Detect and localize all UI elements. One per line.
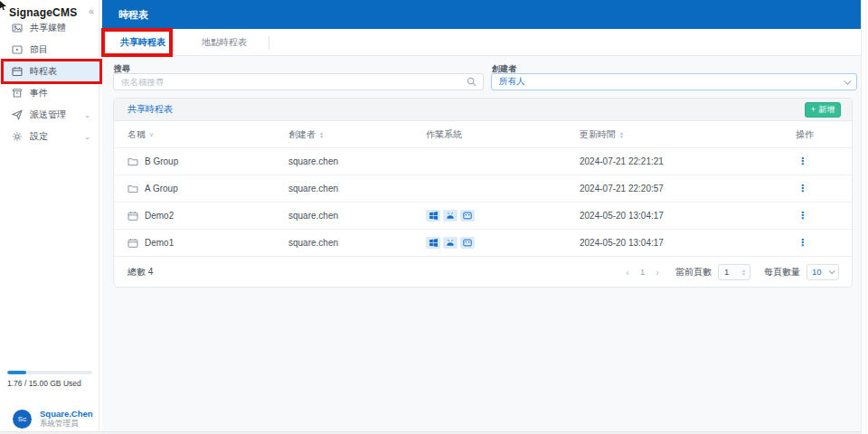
page-title: 時程表 <box>102 0 861 29</box>
schedule-icon <box>12 66 23 77</box>
windows-icon <box>426 210 440 222</box>
sidebar-collapse-icon[interactable]: « <box>89 5 94 16</box>
cell-creator: square.chen <box>288 184 426 193</box>
total-count: 總數 4 <box>127 266 153 278</box>
cell-creator: square.chen <box>288 238 426 248</box>
page-number[interactable]: 1 <box>638 267 646 277</box>
cell-updated: 2024-07-21 22:21:21 <box>580 156 792 166</box>
tab-location-schedules[interactable]: 地點時程表 <box>184 29 265 56</box>
stepper-icons[interactable]: ▲▼ <box>741 269 746 276</box>
current-page-value: 1 <box>724 267 729 277</box>
column-header-os: 作業系統 <box>426 128 580 141</box>
page-size-value: 10 <box>812 267 822 277</box>
chevron-down-icon <box>829 268 835 274</box>
user-profile[interactable]: Sc Square.Chen 系統管理員 <box>13 409 93 429</box>
creator-select-value: 所有人 <box>499 76 525 88</box>
program-icon <box>12 44 23 55</box>
table-row[interactable]: Demo2 square.chen 2024-05-20 13:04:17 ⋮ <box>114 203 852 230</box>
table-row[interactable]: Demo1 square.chen 2024-05-20 13:04:17 ⋮ <box>114 230 852 257</box>
folder-icon <box>127 156 138 167</box>
search-icon[interactable] <box>467 77 476 87</box>
folder-icon <box>127 184 138 194</box>
sidebar-item-shared-media[interactable]: 共享媒體 <box>0 17 99 39</box>
avatar[interactable]: Sc <box>13 410 32 429</box>
tab-divider <box>269 36 269 49</box>
card-header: 共享時程表 + 新增 <box>114 99 852 121</box>
sort-icon: ▲▼ <box>319 131 324 138</box>
current-page-input[interactable]: 1 ▲▼ <box>718 264 750 280</box>
table-row[interactable]: B Group square.chen 2024-07-21 22:21:21 … <box>114 148 852 175</box>
cell-updated: 2024-05-20 13:04:17 <box>580 238 792 248</box>
mouse-cursor <box>0 1 7 10</box>
chevron-down-icon <box>844 77 851 84</box>
sidebar-item-label: 事件 <box>30 87 48 99</box>
sidebar-item-programs[interactable]: 節目 <box>0 39 99 61</box>
cell-name[interactable]: B Group <box>127 156 288 167</box>
storage-progress-fill <box>7 371 26 374</box>
card-title: 共享時程表 <box>127 103 173 116</box>
search-box <box>113 73 484 90</box>
row-actions-menu-icon[interactable]: ⋮ <box>792 156 807 167</box>
storage-usage-label: 1.76 / 15.00 GB Used <box>7 379 94 388</box>
cell-os <box>426 210 580 222</box>
media-icon <box>12 23 23 33</box>
column-header-action: 操作 <box>792 128 852 141</box>
tab-shared-schedules[interactable]: 共享時程表 <box>102 29 184 56</box>
row-actions-menu-icon[interactable]: ⋮ <box>792 210 807 222</box>
display-icon <box>460 210 475 222</box>
sidebar-item-events[interactable]: 事件 <box>0 82 99 104</box>
sidebar-item-schedules[interactable]: 時程表 <box>0 61 99 82</box>
display-icon <box>460 237 475 249</box>
next-page-icon[interactable]: › <box>653 267 662 278</box>
column-header-name[interactable]: 名稱 ∨ <box>127 128 288 141</box>
shared-schedules-card: 共享時程表 + 新增 名稱 ∨ 創建者 ▲▼ 作業系統 <box>113 98 853 288</box>
row-actions-menu-icon[interactable]: ⋮ <box>792 183 807 194</box>
windows-icon <box>426 237 440 249</box>
current-page-label: 當前頁數 <box>675 266 712 278</box>
sidebar: SignageCMS « 共享媒體 節目 時程表 <box>0 0 99 431</box>
add-button[interactable]: + 新增 <box>805 102 841 118</box>
prev-page-icon[interactable]: ‹ <box>623 267 632 278</box>
event-icon <box>12 88 23 99</box>
settings-icon <box>12 131 23 142</box>
cell-os <box>426 237 580 249</box>
sidebar-nav: 共享媒體 節目 時程表 事件 <box>0 17 99 147</box>
sidebar-item-dispatch[interactable]: 派送管理 ⌄ <box>0 104 99 126</box>
row-actions-menu-icon[interactable]: ⋮ <box>792 237 807 249</box>
cell-name[interactable]: A Group <box>127 184 288 194</box>
column-header-updated[interactable]: 更新時間 ▲▼ <box>580 128 792 141</box>
table-row[interactable]: A Group square.chen 2024-07-21 22:20:57 … <box>114 175 852 203</box>
cell-name[interactable]: Demo2 <box>127 211 288 222</box>
sidebar-item-label: 派送管理 <box>30 108 66 121</box>
sidebar-item-settings[interactable]: 設定 ⌄ <box>0 126 99 147</box>
dispatch-icon <box>12 109 23 120</box>
table-header-row: 名稱 ∨ 創建者 ▲▼ 作業系統 更新時間 ▲▼ 操作 <box>114 121 852 148</box>
main-content: 時程表 共享時程表 地點時程表 搜尋 創建者 所有人 共享時程表 <box>102 0 861 431</box>
column-header-creator[interactable]: 創建者 ▲▼ <box>288 128 426 141</box>
sidebar-item-label: 共享媒體 <box>30 22 66 34</box>
cell-creator: square.chen <box>288 156 426 166</box>
cell-updated: 2024-05-20 13:04:17 <box>580 211 792 221</box>
storage-usage: 1.76 / 15.00 GB Used <box>7 371 94 388</box>
creator-select[interactable]: 所有人 <box>491 73 857 90</box>
sidebar-item-label: 節目 <box>30 43 48 56</box>
schedule-icon <box>127 238 138 249</box>
android-icon <box>443 237 458 249</box>
table-footer: 總數 4 ‹ 1 › 當前頁數 1 ▲▼ 每頁數量 10 <box>114 257 852 287</box>
chevron-down-icon: ⌄ <box>84 111 90 119</box>
add-button-label: 新增 <box>818 104 835 116</box>
cell-name[interactable]: Demo1 <box>127 238 288 249</box>
pagination: ‹ 1 › 當前頁數 1 ▲▼ 每頁數量 10 <box>623 264 839 280</box>
tab-bar: 共享時程表 地點時程表 <box>102 29 861 56</box>
page-size-select[interactable]: 10 <box>807 264 839 280</box>
search-input[interactable] <box>114 77 467 87</box>
schedule-icon <box>127 211 138 222</box>
vertical-scrollbar[interactable] <box>861 0 868 434</box>
sidebar-item-label: 設定 <box>30 130 48 143</box>
chevron-down-icon: ⌄ <box>84 133 90 141</box>
page-size-label: 每頁數量 <box>764 266 800 278</box>
android-icon <box>443 210 458 222</box>
plus-icon: + <box>811 105 816 114</box>
sort-desc-icon: ∨ <box>149 131 154 138</box>
signage-cms-screen: SignageCMS « 共享媒體 節目 時程表 <box>0 0 868 434</box>
